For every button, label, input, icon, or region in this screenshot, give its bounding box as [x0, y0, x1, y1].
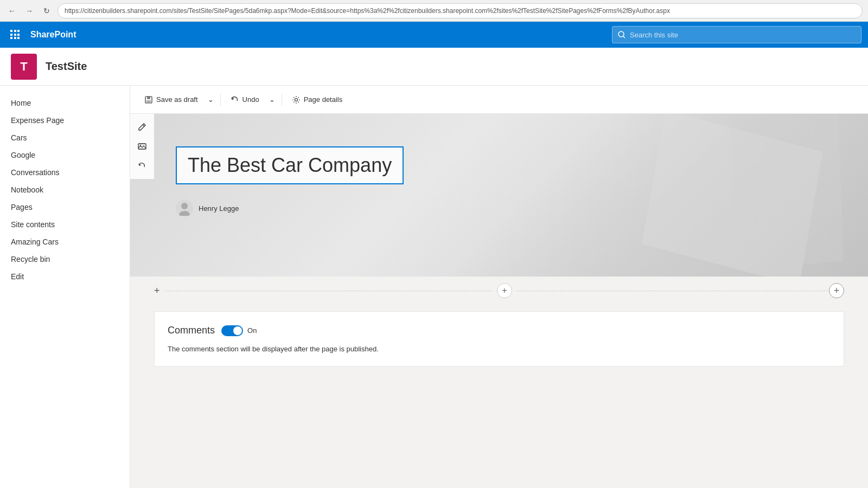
svg-rect-4	[146, 100, 151, 102]
revert-edit-button[interactable]	[133, 157, 151, 175]
edit-toolbar-panel	[130, 114, 154, 179]
svg-point-5	[295, 98, 297, 101]
comments-label: Comments	[168, 325, 215, 336]
search-icon	[618, 31, 626, 38]
undo-button[interactable]: Undo	[225, 92, 265, 107]
hero-section: The Best Car Company Henry Legge	[130, 114, 868, 277]
svg-point-10	[179, 211, 190, 216]
revert-icon	[138, 162, 146, 170]
toolbar-divider-1	[220, 93, 221, 106]
sidebar-item-edit[interactable]: Edit	[0, 268, 130, 285]
avatar-icon	[177, 201, 192, 216]
image-icon	[138, 142, 146, 151]
sidebar-item-pages[interactable]: Pages	[0, 198, 130, 216]
toggle-state-label: On	[247, 326, 257, 335]
browser-bar: ← → ↻ https://citizenbuilders.sharepoint…	[0, 0, 868, 22]
site-title: TestSite	[46, 60, 87, 73]
add-column-left-button[interactable]: +	[154, 285, 160, 297]
svg-rect-3	[147, 97, 150, 99]
sidebar-item-amazing-cars[interactable]: Amazing Cars	[0, 233, 130, 251]
author-row: Henry Legge	[176, 200, 404, 217]
sharepoint-brand: SharePoint	[30, 30, 76, 40]
page-title-container[interactable]: The Best Car Company	[176, 146, 404, 184]
search-input[interactable]	[630, 31, 856, 39]
site-logo: T	[11, 54, 37, 80]
sharepoint-topbar: SharePoint	[0, 22, 868, 48]
content-area: Save as draft ⌄ Undo ⌄ Page details	[130, 86, 868, 488]
save-draft-dropdown[interactable]: ⌄	[206, 92, 216, 107]
back-button[interactable]: ←	[5, 4, 18, 17]
svg-point-9	[181, 203, 188, 209]
hero-bg-shape3	[730, 114, 844, 271]
undo-dropdown[interactable]: ⌄	[267, 92, 277, 107]
author-name: Henry Legge	[199, 204, 239, 213]
comments-info-text: The comments section will be displayed a…	[168, 345, 831, 353]
gear-icon	[292, 95, 301, 104]
sidebar: Home Expenses Page Cars Google Conversat…	[0, 86, 130, 488]
svg-rect-7	[138, 144, 146, 149]
comments-toggle[interactable]	[221, 325, 243, 336]
svg-line-6	[143, 125, 144, 126]
sidebar-item-cars[interactable]: Cars	[0, 129, 130, 146]
sidebar-item-site-contents[interactable]: Site contents	[0, 216, 130, 233]
svg-line-1	[623, 36, 625, 38]
toolbar-divider-2	[282, 93, 282, 106]
svg-point-0	[618, 31, 624, 37]
search-bar[interactable]	[612, 26, 861, 43]
sidebar-item-notebook[interactable]: Notebook	[0, 181, 130, 198]
sidebar-item-google[interactable]: Google	[0, 146, 130, 164]
site-header: T TestSite	[0, 48, 868, 86]
save-icon	[144, 95, 153, 104]
address-text: https://citizenbuilders.sharepoint.com/s…	[65, 7, 670, 15]
sidebar-item-expenses-page[interactable]: Expenses Page	[0, 112, 130, 129]
address-bar[interactable]: https://citizenbuilders.sharepoint.com/s…	[58, 3, 863, 18]
page-title[interactable]: The Best Car Company	[188, 154, 392, 177]
sidebar-item-home[interactable]: Home	[0, 94, 130, 112]
waffle-menu[interactable]	[7, 26, 24, 43]
image-edit-button[interactable]	[133, 138, 151, 155]
pencil-icon	[138, 123, 146, 131]
save-draft-button[interactable]: Save as draft	[139, 92, 203, 107]
toggle-container[interactable]: On	[221, 325, 257, 336]
sidebar-item-recycle-bin[interactable]: Recycle bin	[0, 251, 130, 268]
undo-icon	[231, 95, 239, 104]
add-section-row: + + +	[130, 279, 868, 303]
author-avatar	[176, 200, 193, 217]
refresh-button[interactable]: ↻	[40, 4, 53, 17]
section-divider-line	[165, 291, 493, 291]
pencil-edit-button[interactable]	[133, 118, 151, 136]
main-layout: Home Expenses Page Cars Google Conversat…	[0, 86, 868, 488]
hero-content: The Best Car Company Henry Legge	[154, 114, 425, 249]
comments-section: Comments On The comments section will be…	[154, 311, 844, 367]
sidebar-item-conversations[interactable]: Conversations	[0, 164, 130, 181]
add-section-right-button[interactable]: +	[829, 283, 844, 298]
add-section-button[interactable]: +	[497, 283, 512, 298]
comments-header: Comments On	[168, 325, 831, 336]
toggle-knob	[233, 326, 242, 335]
section-divider-line-2	[516, 291, 844, 291]
page-editor: The Best Car Company Henry Legge	[130, 114, 868, 488]
toolbar: Save as draft ⌄ Undo ⌄ Page details	[130, 86, 868, 114]
page-details-button[interactable]: Page details	[286, 92, 348, 107]
forward-button[interactable]: →	[23, 4, 36, 17]
